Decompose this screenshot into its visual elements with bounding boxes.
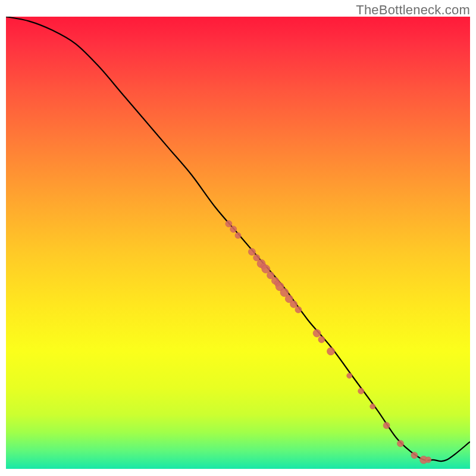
scatter-dot <box>347 373 352 378</box>
scatter-dot <box>230 226 237 233</box>
scatter-dots-group <box>226 221 431 464</box>
bottleneck-curve-line <box>6 17 470 461</box>
plot-svg <box>6 17 470 469</box>
scatter-dot <box>295 306 302 313</box>
scatter-dot <box>425 457 431 463</box>
scatter-dot <box>248 248 255 255</box>
scatter-dot <box>290 300 298 308</box>
scatter-dot <box>327 347 335 355</box>
attribution-text: TheBottleneck.com <box>356 2 470 18</box>
chart-container: TheBottleneck.com <box>0 0 476 476</box>
scatter-dot <box>318 336 325 343</box>
scatter-dot <box>397 440 404 447</box>
scatter-dot <box>411 452 418 459</box>
scatter-dot <box>262 265 270 273</box>
scatter-dot <box>358 388 364 394</box>
scatter-dot <box>383 422 390 429</box>
scatter-dot <box>235 233 241 239</box>
scatter-dot <box>370 404 375 409</box>
scatter-dot <box>313 330 321 337</box>
scatter-dot <box>226 221 232 227</box>
